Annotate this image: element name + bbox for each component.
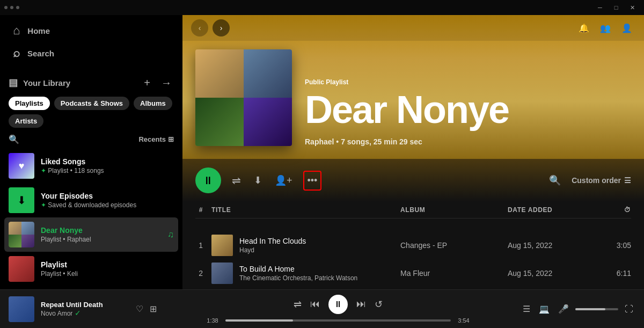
your-episodes-thumb: ⬇ bbox=[9, 187, 34, 213]
download-button[interactable]: ⬇ bbox=[252, 172, 264, 188]
library-search-icon[interactable]: 🔍 bbox=[9, 134, 19, 144]
track-album: Changes - EP bbox=[400, 241, 508, 250]
track-album: Ma Fleur bbox=[400, 269, 508, 278]
sidebar-nav: ⌂ Home ⌕ Search bbox=[0, 15, 182, 69]
shuffle-player-button[interactable]: ⇌ bbox=[294, 298, 302, 310]
main-layout: ⌂ Home ⌕ Search ▤ Your Library + → Playl… bbox=[0, 15, 644, 289]
now-playing-info: Repeat Until Death Novo Amor ✓ bbox=[41, 301, 127, 317]
filter-artists[interactable]: Artists bbox=[9, 114, 43, 128]
pip-button[interactable]: ⊞ bbox=[148, 302, 159, 316]
your-episodes-name: Your Episodes bbox=[41, 192, 174, 200]
library-list: ♥ Liked Songs ✦ Playlist • 118 songs ⬇ Y… bbox=[0, 149, 182, 289]
filter-playlists[interactable]: Playlists bbox=[9, 97, 50, 110]
library-actions: + → bbox=[140, 75, 174, 90]
titlebar-dot bbox=[16, 6, 19, 9]
player-buttons: ⇌ ⏮ ⏸ ⏭ ↺ bbox=[294, 295, 383, 314]
sidebar-item-home-label: Home bbox=[27, 26, 50, 35]
more-options-button[interactable]: ••• bbox=[305, 173, 320, 188]
track-thumb bbox=[211, 235, 233, 256]
track-num: 2 bbox=[195, 269, 211, 278]
titlebar-dot bbox=[10, 6, 13, 9]
play-pause-button[interactable]: ⏸ bbox=[195, 167, 221, 193]
nav-arrows: ‹ › bbox=[191, 19, 230, 37]
library-item-keli[interactable]: Playlist Playlist • Keli bbox=[4, 252, 178, 286]
lyrics-button[interactable]: 🎤 bbox=[556, 302, 571, 316]
search-tracks-button[interactable]: 🔍 bbox=[547, 172, 563, 188]
liked-songs-meta: ✦ Playlist • 118 songs bbox=[41, 167, 174, 174]
progress-bar[interactable] bbox=[225, 319, 451, 322]
track-title-cell: To Build A Home The Cinematic Orchestra,… bbox=[211, 263, 400, 284]
custom-order-label: Custom order bbox=[572, 176, 621, 185]
track-name-artist: Head In The Clouds Hayd bbox=[239, 237, 306, 254]
home-icon: ⌂ bbox=[13, 24, 20, 38]
back-button[interactable]: ‹ bbox=[191, 19, 208, 37]
track-thumb bbox=[211, 263, 233, 284]
dear-nonye-info: Dear Nonye Playlist • Raphael bbox=[41, 226, 161, 243]
liked-songs-info: Liked Songs ✦ Playlist • 118 songs bbox=[41, 157, 174, 174]
shuffle-button[interactable]: ⇌ bbox=[230, 172, 243, 189]
liked-songs-name: Liked Songs bbox=[41, 157, 174, 166]
library-item-liked-songs[interactable]: ♥ Liked Songs ✦ Playlist • 118 songs bbox=[4, 149, 178, 183]
minimize-button[interactable]: ─ bbox=[592, 2, 608, 13]
devices-button[interactable]: 💻 bbox=[537, 302, 552, 316]
custom-order-dropdown[interactable]: Custom order ☰ bbox=[572, 176, 631, 185]
playlist-hero: Public Playlist Dear Nonye Raphael • 7 s… bbox=[182, 41, 644, 159]
close-button[interactable]: ✕ bbox=[625, 2, 640, 13]
sidebar-item-search-label: Search bbox=[27, 49, 54, 58]
maximize-button[interactable]: □ bbox=[609, 2, 624, 13]
header-title: Title bbox=[211, 206, 400, 214]
queue-button[interactable]: ☰ bbox=[521, 302, 532, 316]
content-area: ‹ › 🔔 👥 👤 Public Playlist bbox=[182, 15, 644, 289]
play-main-button[interactable]: ⏸ bbox=[328, 295, 348, 314]
track-title-cell: Head In The Clouds Hayd bbox=[211, 235, 400, 256]
fullscreen-button[interactable]: ⛶ bbox=[623, 302, 635, 316]
liked-songs-thumb: ♥ bbox=[9, 153, 34, 179]
sidebar-item-search[interactable]: ⌕ Search bbox=[6, 42, 176, 64]
player-bar: Repeat Until Death Novo Amor ✓ ♡ ⊞ ⇌ ⏮ ⏸… bbox=[0, 289, 644, 328]
search-icon: ⌕ bbox=[13, 46, 20, 60]
prev-button[interactable]: ⏮ bbox=[310, 298, 320, 310]
track-artist: Hayd bbox=[239, 246, 306, 254]
list-icon: ☰ bbox=[624, 176, 631, 185]
heart-button[interactable]: ♡ bbox=[134, 302, 145, 316]
profile-button[interactable]: 👤 bbox=[618, 19, 635, 37]
now-playing: Repeat Until Death Novo Amor ✓ ♡ ⊞ bbox=[9, 296, 159, 322]
volume-bar[interactable] bbox=[575, 308, 618, 310]
library-item-dear-nonye[interactable]: Dear Nonye Playlist • Raphael ♫ bbox=[4, 217, 178, 252]
forward-button[interactable]: › bbox=[213, 19, 230, 37]
playlist-type: Public Playlist bbox=[305, 78, 631, 86]
dear-nonye-thumb bbox=[9, 222, 34, 247]
table-row[interactable]: 2 To Build A Home The Cinematic Orchestr… bbox=[195, 259, 631, 287]
keli-info: Playlist Playlist • Keli bbox=[41, 260, 174, 278]
filter-albums[interactable]: Albums bbox=[134, 97, 172, 110]
playlist-title: Dear Nonye bbox=[305, 90, 631, 129]
cover-cell-2 bbox=[244, 49, 292, 98]
follow-button[interactable]: 👤+ bbox=[273, 172, 295, 188]
progress-row: 1:38 3:54 bbox=[204, 317, 472, 324]
friends-button[interactable]: 👥 bbox=[597, 19, 614, 37]
add-library-button[interactable]: + bbox=[140, 75, 155, 90]
cover-cell-3 bbox=[195, 98, 244, 146]
sidebar-item-home[interactable]: ⌂ Home bbox=[6, 19, 176, 42]
track-list-header: # Title Album Date added ⏱ bbox=[195, 202, 631, 218]
header-album: Album bbox=[400, 206, 508, 214]
now-playing-actions: ♡ ⊞ bbox=[134, 302, 159, 316]
filter-podcasts[interactable]: Podcasts & Shows bbox=[54, 97, 129, 110]
next-button[interactable]: ⏭ bbox=[356, 298, 366, 310]
dear-nonye-playing-icon: ♫ bbox=[167, 230, 174, 239]
library-icon: ▤ bbox=[9, 77, 18, 89]
recents-label[interactable]: Recents ⊞ bbox=[138, 135, 174, 143]
titlebar-dot bbox=[4, 6, 8, 9]
table-row[interactable]: 1 Head In The Clouds Hayd Changes - EP A… bbox=[195, 231, 631, 259]
library-item-your-episodes[interactable]: ⬇ Your Episodes ✦ Saved & downloaded epi… bbox=[4, 183, 178, 217]
track-name-artist: To Build A Home The Cinematic Orchestra,… bbox=[239, 265, 357, 282]
track-name: Head In The Clouds bbox=[239, 237, 306, 245]
controls-row: ⏸ ⇌ ⬇ 👤+ ••• 🔍 Custom order ☰ bbox=[195, 167, 631, 193]
player-center: ⇌ ⏮ ⏸ ⏭ ↺ 1:38 3:54 bbox=[167, 295, 509, 324]
library-title: Your Library bbox=[23, 78, 70, 88]
expand-library-button[interactable]: → bbox=[159, 75, 174, 90]
now-playing-artist: Novo Amor bbox=[41, 310, 72, 317]
library-title-row[interactable]: ▤ Your Library bbox=[9, 77, 70, 89]
notifications-button[interactable]: 🔔 bbox=[575, 19, 592, 37]
repeat-button[interactable]: ↺ bbox=[375, 298, 383, 310]
